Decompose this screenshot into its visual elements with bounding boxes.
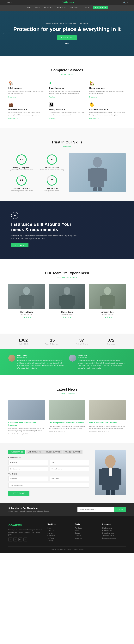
newsletter-text: Subscribe to Our Newsletter Get our week…	[8, 507, 49, 512]
skill-circle-4: 75	[46, 175, 57, 186]
stat-num-1: 1362	[8, 338, 38, 342]
form-row-email-phone	[8, 466, 89, 471]
publisher-input[interactable]	[8, 476, 48, 481]
footer-social-facebook[interactable]: Facebook	[75, 527, 98, 529]
stat-label-3: Positive Solutions	[67, 343, 96, 345]
form-row-car-1	[8, 476, 89, 481]
service-title: House Insurance	[89, 87, 126, 89]
get-quote-submit-button[interactable]: Get a Quote	[8, 490, 29, 496]
footer-link-about[interactable]: About Us	[48, 530, 71, 531]
footer-link-contact[interactable]: Contact Us	[48, 535, 71, 536]
hero-cta-button[interactable]: READ MORE	[57, 35, 77, 40]
news-subtitle: in insurance world	[8, 393, 126, 395]
skill-circle-2: 95	[46, 154, 57, 165]
facebook-icon[interactable]: f	[5, 2, 6, 4]
service-read-more[interactable]: Read more →	[49, 118, 58, 119]
newsletter-email-input[interactable]	[77, 507, 114, 512]
testimonial-name-1: Matt Layers	[17, 354, 65, 357]
footer-col-use-links: Use Links Blog About Us Services Contact…	[48, 523, 71, 542]
quote-tab-travel[interactable]: Travel Insurance	[63, 450, 82, 454]
stats-bar: 1362 Satisfied Clients 15 Years Of Exper…	[0, 334, 134, 349]
video-cta-button[interactable]: READ MORE	[11, 243, 28, 248]
team-name-2: Daniel Craig	[49, 311, 85, 313]
footer-link-sitemap[interactable]: Sitemap	[48, 540, 71, 542]
service-read-more[interactable]: Read more →	[89, 96, 99, 98]
footer-insurance-car[interactable]: Car Insurance	[102, 530, 126, 531]
footer-linkedin-icon[interactable]: in	[23, 538, 27, 542]
social-icons: f G+ in	[5, 2, 12, 4]
footer-insurance-travel[interactable]: Travel Insurance	[102, 535, 126, 536]
hero-next-arrow[interactable]: ›	[130, 32, 131, 35]
team-stars-1: ★ ★ ★ ★ ★	[8, 316, 45, 318]
news-title-2[interactable]: One Thing Make or Break Your Business	[49, 422, 85, 424]
services-title: Complete Services	[8, 68, 126, 72]
last-model-input[interactable]	[50, 476, 89, 481]
nav-about[interactable]: ABOUT US	[57, 6, 66, 10]
hero-prev-arrow[interactable]: ‹	[3, 32, 4, 35]
news-title-1[interactable]: 6 Facts You Need to Know about Insurance	[8, 422, 45, 426]
footer-google-icon[interactable]: G+	[18, 538, 22, 542]
quote-tab-life[interactable]: Life Insurance	[26, 450, 43, 454]
footer-social-twitter[interactable]: Twitter	[75, 530, 98, 531]
person-silhouette	[69, 153, 126, 192]
year-input[interactable]	[8, 483, 89, 488]
get-quote-nav[interactable]: GET A QUOTE	[93, 6, 108, 10]
newsletter-title: Subscribe to Our Newsletter	[8, 507, 49, 510]
email-input[interactable]	[8, 466, 48, 471]
skill-desc-4: User-generated content	[39, 190, 65, 192]
googleplus-icon[interactable]: G+	[7, 2, 10, 4]
nav-services[interactable]: SERVICES	[44, 6, 53, 10]
service-read-more[interactable]: Read more →	[89, 118, 99, 119]
nav-contact[interactable]: CONTACT	[70, 6, 79, 10]
service-read-more[interactable]: Read more →	[8, 118, 18, 119]
menu-icon[interactable]: ≡	[127, 2, 129, 4]
phone-input[interactable]	[50, 466, 89, 471]
svg-rect-35	[108, 467, 110, 468]
star-icon: ★	[68, 316, 70, 318]
footer-link-team[interactable]: Our Team	[48, 537, 71, 539]
svg-rect-19	[62, 295, 72, 309]
full-name-input[interactable]	[8, 460, 48, 465]
footer-facebook-icon[interactable]: f	[8, 538, 12, 542]
footer-social-google[interactable]: Google+	[75, 532, 98, 534]
footer-logo[interactable]: bellavita	[8, 523, 43, 527]
quote-tab-house[interactable]: House Insurance	[43, 450, 63, 454]
footer-link-blog[interactable]: Blog	[48, 527, 71, 529]
business-insurance-icon: 💼	[8, 102, 45, 107]
nav-home[interactable]: HOME	[26, 6, 31, 10]
news-image-3	[89, 400, 126, 420]
footer-social-instagram[interactable]: Instagram	[75, 537, 98, 539]
hero-dot-2[interactable]	[67, 43, 68, 44]
hero-pre-title: Immediate insurance for better life in y…	[13, 22, 121, 24]
footer-insurance-life[interactable]: Life Insurance	[102, 527, 126, 529]
footer-link-services[interactable]: Services	[48, 532, 71, 534]
service-read-more[interactable]: Read more →	[8, 96, 18, 98]
instagram-icon[interactable]: in	[11, 2, 12, 4]
video-play-button[interactable]: ▶	[11, 212, 18, 219]
services-divider: ↓	[8, 64, 126, 66]
services-grid: 🏠 Life Insurance Coverage that represent…	[8, 81, 126, 119]
skill-item-4: 75 Great Services User-generated content	[39, 175, 65, 192]
skills-image	[69, 153, 126, 192]
skill-item-1: 93 Growing Companies Quickly predominate…	[8, 154, 35, 171]
nav-blog[interactable]: BLOG	[35, 6, 40, 10]
hero-dot-1[interactable]	[66, 43, 67, 44]
service-read-more[interactable]: Read more →	[49, 96, 58, 98]
team-divider: ↓	[8, 267, 126, 270]
team-grid: Steven Smith Insurance Agent ★ ★ ★ ★ ★ D…	[8, 284, 126, 318]
stat-label-1: Satisfied Clients	[8, 343, 38, 345]
footer-social-linkedin[interactable]: LinkedIn	[75, 535, 98, 536]
footer-insurance-business[interactable]: Business Insurance	[102, 537, 126, 539]
age-input[interactable]	[50, 460, 89, 465]
nav-pages[interactable]: PAGES	[83, 6, 89, 10]
service-desc: Intrinsic approaches to customer collabo…	[49, 90, 85, 95]
quote-tab-car[interactable]: Car Insurance	[8, 450, 25, 454]
news-title-3[interactable]: How to Structure Your Contracts	[89, 422, 126, 424]
footer-brand: bellavita Lorem ipsum consectetur adipis…	[8, 523, 43, 542]
footer-twitter-icon[interactable]: t	[13, 538, 17, 542]
search-icon[interactable]: 🔍	[123, 2, 126, 4]
logo[interactable]: bellavita	[62, 1, 74, 4]
newsletter-signup-button[interactable]: SIGN UP	[114, 507, 126, 512]
svg-rect-11	[103, 168, 107, 181]
footer-insurance-house[interactable]: House Insurance	[102, 532, 126, 534]
